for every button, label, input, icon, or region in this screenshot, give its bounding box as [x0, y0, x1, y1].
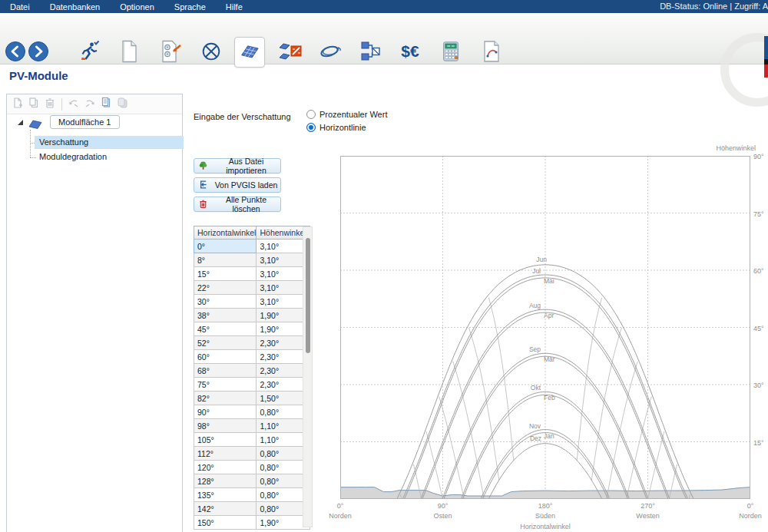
- page-title: PV-Module: [9, 69, 68, 82]
- menu-item-datenbanken[interactable]: Datenbanken: [40, 2, 110, 12]
- forward-button[interactable]: [26, 39, 51, 64]
- table-cell[interactable]: 68°: [194, 364, 257, 378]
- table-cell[interactable]: 128°: [194, 474, 257, 488]
- copy-module-area-icon[interactable]: [28, 97, 40, 112]
- back-button[interactable]: [3, 39, 28, 64]
- toolbar-separator: [61, 98, 62, 111]
- tree-connector: [30, 130, 31, 157]
- calculator-icon[interactable]: [439, 39, 463, 64]
- finance-icon[interactable]: $€: [398, 39, 422, 64]
- paste-parameters-icon[interactable]: [116, 97, 128, 112]
- x-tick-degree: 180°: [518, 502, 572, 510]
- system-plan-icon[interactable]: [358, 39, 382, 64]
- radio-icon[interactable]: [306, 110, 316, 119]
- shading-input-label: Eingabe der Verschattung: [194, 112, 291, 121]
- y-tick-label: 60°: [753, 267, 764, 275]
- table-cell[interactable]: 90°: [194, 405, 257, 419]
- tree-toolbar: [7, 94, 182, 114]
- y-axis-title: Höhenwinkel: [679, 144, 756, 152]
- table-row: 90°0,80°: [194, 405, 310, 419]
- table-row: 150°1,90°: [194, 516, 310, 530]
- table-cell[interactable]: 98°: [194, 419, 257, 433]
- project-options-icon[interactable]: [158, 39, 183, 64]
- delete-all-points-button[interactable]: Alle Punkte löschen: [194, 197, 281, 212]
- table-cell[interactable]: 22°: [194, 281, 257, 295]
- rotate-right-icon[interactable]: [84, 97, 96, 112]
- month-label: Jan: [544, 432, 554, 440]
- table-cell[interactable]: 105°: [194, 433, 257, 447]
- project-assistant-icon[interactable]: [76, 39, 101, 64]
- load-from-pvgis-button[interactable]: Von PVGIS laden: [194, 177, 281, 193]
- tree-expander-icon[interactable]: [18, 120, 23, 125]
- watermark-circle: [720, 33, 768, 107]
- column-header-horizontal-angle[interactable]: Horizontalwinkel: [194, 226, 257, 240]
- close-project-icon[interactable]: [199, 39, 223, 64]
- table-cell[interactable]: 0°: [194, 240, 257, 253]
- radio-horizon-line[interactable]: Horizontlinie: [306, 123, 366, 132]
- horizon-table-body: 0°3,10°8°3,10°15°3,10°22°3,10°30°3,10°38…: [194, 240, 310, 530]
- y-tick-label: 15°: [753, 439, 764, 447]
- cables-icon[interactable]: [318, 39, 343, 64]
- month-label: Aug: [529, 302, 541, 309]
- month-label: Sep: [529, 345, 541, 353]
- add-module-area-icon[interactable]: [12, 97, 24, 112]
- table-row: 75°2,30°: [194, 378, 310, 392]
- inverter-config-icon[interactable]: [278, 39, 303, 64]
- y-tick-label: 45°: [753, 325, 764, 332]
- table-row: 22°3,10°: [194, 281, 310, 295]
- table-cell[interactable]: 75°: [194, 378, 257, 392]
- table-row: 38°1,90°: [194, 309, 310, 322]
- table-row: 8°3,10°: [194, 253, 310, 267]
- menu-item-optionen[interactable]: Optionen: [110, 2, 164, 12]
- rotate-left-icon[interactable]: [68, 97, 80, 112]
- report-icon[interactable]: [479, 39, 504, 64]
- radio-icon-selected[interactable]: [306, 123, 316, 132]
- x-tick-degree: 90°: [416, 502, 470, 510]
- scrollbar-thumb[interactable]: [306, 238, 310, 353]
- table-cell[interactable]: 142°: [194, 502, 257, 516]
- table-row: 0°3,10°: [194, 240, 310, 253]
- table-cell[interactable]: 45°: [194, 322, 257, 336]
- month-label: Mai: [544, 277, 554, 285]
- radio-percent-value[interactable]: Prozentualer Wert: [306, 110, 387, 119]
- tree-item-shading[interactable]: Verschattung: [35, 136, 184, 149]
- button-label: Von PVGIS laden: [212, 180, 280, 190]
- month-label: Okt: [531, 384, 541, 392]
- table-cell[interactable]: 38°: [194, 309, 257, 322]
- table-cell[interactable]: 15°: [194, 267, 257, 281]
- month-label: Apr: [544, 312, 554, 319]
- x-tick-direction: Osten: [416, 512, 470, 520]
- tree-item-module-degradation[interactable]: Moduldegradation: [35, 150, 184, 164]
- table-row: 60°2,30°: [194, 350, 310, 364]
- sun-path-chart[interactable]: JunJulMaiAugAprSepMärOktFebNovJanDez: [340, 156, 750, 499]
- app-window: DateiDatenbankenOptionenSpracheHilfe DB-…: [0, 0, 768, 532]
- menu-bar: DateiDatenbankenOptionenSpracheHilfe DB-…: [0, 0, 768, 13]
- menu-item-hilfe[interactable]: Hilfe: [216, 2, 253, 12]
- table-cell[interactable]: 52°: [194, 336, 257, 350]
- table-cell[interactable]: 30°: [194, 295, 257, 309]
- table-cell[interactable]: 150°: [194, 516, 257, 530]
- import-icon: [198, 180, 208, 191]
- y-tick-label: 75°: [753, 210, 764, 218]
- x-axis-title: Horizontalwinkel: [518, 523, 572, 530]
- copy-parameters-icon[interactable]: [100, 97, 112, 112]
- menu-item-sprache[interactable]: Sprache: [164, 2, 216, 12]
- month-label: Jul: [532, 267, 541, 275]
- table-cell[interactable]: 8°: [194, 253, 257, 267]
- trash-icon: [198, 199, 208, 210]
- import-from-file-button[interactable]: Aus Datei importieren: [194, 158, 281, 173]
- db-status: DB-Status: Online | Zugriff: A: [660, 2, 768, 11]
- table-cell[interactable]: 60°: [194, 350, 257, 364]
- menu-item-datei[interactable]: Datei: [0, 2, 40, 12]
- pv-modules-icon[interactable]: [237, 39, 262, 64]
- new-project-icon[interactable]: [117, 39, 141, 64]
- table-cell[interactable]: 120°: [194, 461, 257, 474]
- table-cell[interactable]: 82°: [194, 392, 257, 405]
- table-row: 120°0,80°: [194, 461, 310, 474]
- x-tick-direction: Norden: [723, 512, 768, 520]
- delete-module-area-icon[interactable]: [44, 97, 56, 112]
- table-cell[interactable]: 112°: [194, 447, 257, 461]
- table-scrollbar[interactable]: [303, 226, 313, 527]
- table-cell[interactable]: 135°: [194, 488, 257, 502]
- tree-item-module-area[interactable]: Modulfläche 1: [50, 115, 120, 129]
